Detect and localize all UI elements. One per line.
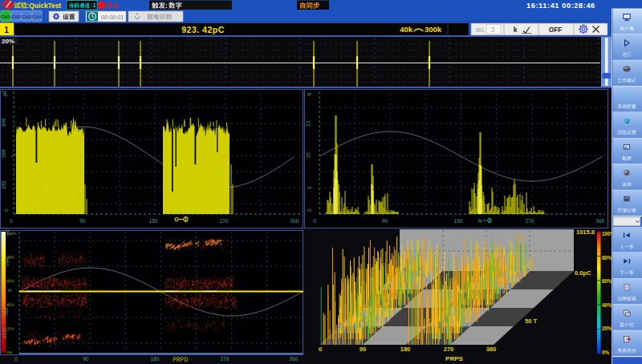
svg-text:k: k <box>514 26 518 34</box>
svg-text:CH2: CH2 <box>11 14 22 19</box>
svg-text:180: 180 <box>400 346 411 353</box>
svg-text:40k: 40k <box>400 25 413 34</box>
svg-text:CH3: CH3 <box>22 14 32 19</box>
svg-text:CH1: CH1 <box>1 14 11 19</box>
svg-text:MG: MG <box>476 27 484 33</box>
svg-text:1015.8: 1015.8 <box>576 229 595 236</box>
svg-text:923. 42pC: 923. 42pC <box>181 25 225 34</box>
svg-text:3: 3 <box>491 26 495 34</box>
svg-text:0.0pC: 0.0pC <box>575 269 591 277</box>
svg-text::: : <box>165 2 168 10</box>
svg-text:20%: 20% <box>2 38 14 45</box>
svg-text:300k: 300k <box>425 25 442 34</box>
svg-text:16:11:41 00:28:46: 16:11:41 00:28:46 <box>526 2 595 10</box>
svg-text:0%: 0% <box>602 350 610 355</box>
svg-text:0: 0 <box>319 346 322 353</box>
svg-text:50 T: 50 T <box>525 317 537 325</box>
svg-text:90: 90 <box>360 346 366 353</box>
svg-text:OFF: OFF <box>549 26 563 34</box>
svg-text:270: 270 <box>444 346 454 353</box>
svg-text::1: :1 <box>91 2 96 9</box>
svg-text:360: 360 <box>486 346 497 353</box>
svg-text:CH4: CH4 <box>32 14 43 19</box>
svg-text:00:00:01: 00:00:01 <box>101 14 124 21</box>
svg-text:1: 1 <box>4 26 9 34</box>
svg-text::QuickTest: :QuickTest <box>27 2 62 10</box>
svg-text:PRPS: PRPS <box>445 355 463 362</box>
